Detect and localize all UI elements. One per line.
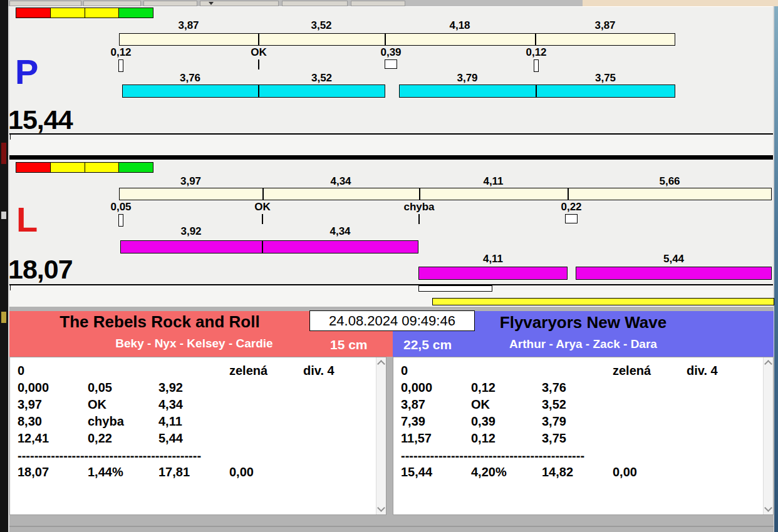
result-cell: chyba bbox=[88, 414, 124, 428]
result-total-cell: 1,44% bbox=[88, 465, 123, 479]
lane-divider bbox=[9, 155, 773, 160]
desktop-edge-left bbox=[0, 0, 8, 532]
result-cell: 3,75 bbox=[542, 431, 566, 445]
result-cell: 3,79 bbox=[542, 414, 566, 428]
result-total-cell: 0,00 bbox=[229, 465, 254, 479]
background-window-titlebar bbox=[583, 0, 778, 6]
scroll-down-icon[interactable] bbox=[764, 504, 772, 512]
result-cell: 0,05 bbox=[88, 381, 112, 394]
result-cell: 0,000 bbox=[401, 381, 432, 394]
timing-app-window: 3,873,524,183,870,12OK0,390,123,763,523,… bbox=[0, 0, 778, 532]
result-cell: OK bbox=[471, 397, 490, 411]
result-total-cell: 0,00 bbox=[613, 465, 637, 479]
dropdown-caret-icon[interactable] bbox=[209, 2, 214, 5]
result-cell: zelená bbox=[229, 364, 267, 377]
desktop-speck bbox=[1, 312, 6, 323]
result-cell: 5,44 bbox=[158, 431, 183, 445]
desktop-speck bbox=[1, 212, 6, 219]
result-cell: 0 bbox=[18, 364, 24, 377]
background-window-tab[interactable] bbox=[143, 1, 197, 6]
results-text-right: 0zelenádiv. 40,0000,123,763,87OK3,527,39… bbox=[393, 357, 763, 514]
result-cell: 3,52 bbox=[542, 397, 566, 411]
result-cell: 0,12 bbox=[471, 431, 495, 445]
background-window-tab[interactable] bbox=[9, 1, 81, 6]
result-total-cell: 14,82 bbox=[542, 465, 573, 479]
datetime-display: 24.08.2024 09:49:46 bbox=[309, 310, 475, 331]
background-window-tab[interactable] bbox=[351, 1, 405, 6]
scrollbar-right-panel[interactable] bbox=[763, 357, 773, 514]
result-cell: div. 4 bbox=[303, 364, 335, 377]
result-cell: 3,97 bbox=[18, 397, 42, 411]
result-cell: 8,30 bbox=[18, 414, 42, 428]
result-cell: 3,87 bbox=[401, 397, 425, 411]
result-total-cell: 15,44 bbox=[401, 465, 432, 479]
result-total-cell: 17,81 bbox=[158, 465, 190, 479]
desktop-speck bbox=[1, 143, 6, 164]
result-cell: 0,000 bbox=[18, 381, 49, 394]
scrollbar-left-panel[interactable] bbox=[376, 357, 386, 514]
result-dash-divider: ----------------------------------------… bbox=[401, 449, 584, 463]
result-cell: 0,22 bbox=[88, 431, 112, 445]
result-cell: 0,39 bbox=[471, 414, 495, 428]
result-cell: 7,39 bbox=[401, 414, 425, 428]
background-window-tab[interactable] bbox=[83, 1, 141, 6]
scroll-up-icon[interactable] bbox=[377, 360, 385, 368]
background-window-tab[interactable] bbox=[282, 1, 348, 6]
result-cell: 11,57 bbox=[401, 431, 432, 445]
team-dogs-left: Beky - Nyx - Kelsey - Cardie bbox=[9, 337, 379, 349]
result-cell: div. 4 bbox=[687, 364, 718, 377]
results-text-left: 0zelenádiv. 40,0000,053,923,97OK4,348,30… bbox=[10, 357, 376, 514]
result-cell: 4,34 bbox=[158, 397, 183, 411]
jump-height-right: 22,5 cm bbox=[403, 338, 452, 351]
statusbar-groove bbox=[9, 526, 774, 527]
result-cell: 12,41 bbox=[18, 431, 49, 445]
result-cell: 0 bbox=[401, 364, 408, 377]
results-panel-left: 0zelenádiv. 40,0000,053,923,97OK4,348,30… bbox=[9, 357, 386, 515]
scroll-up-icon[interactable] bbox=[764, 360, 772, 368]
result-total-cell: 18,07 bbox=[18, 465, 49, 479]
result-dash-divider: ----------------------------------------… bbox=[18, 449, 201, 463]
scroll-down-icon[interactable] bbox=[377, 504, 385, 512]
jump-height-left: 15 cm bbox=[330, 338, 368, 351]
result-total-cell: 4,20% bbox=[471, 465, 507, 479]
result-cell: zelená bbox=[613, 364, 651, 377]
result-cell: 3,76 bbox=[542, 381, 566, 394]
result-cell: 3,92 bbox=[158, 381, 183, 394]
results-panel-right: 0zelenádiv. 40,0000,123,763,87OK3,527,39… bbox=[393, 357, 774, 515]
result-cell: OK bbox=[88, 397, 106, 411]
result-cell: 4,11 bbox=[158, 414, 182, 428]
result-cell: 0,12 bbox=[471, 381, 495, 394]
desktop-edge-right bbox=[774, 0, 778, 532]
team-name-left: The Rebels Rock and Roll bbox=[9, 314, 310, 330]
